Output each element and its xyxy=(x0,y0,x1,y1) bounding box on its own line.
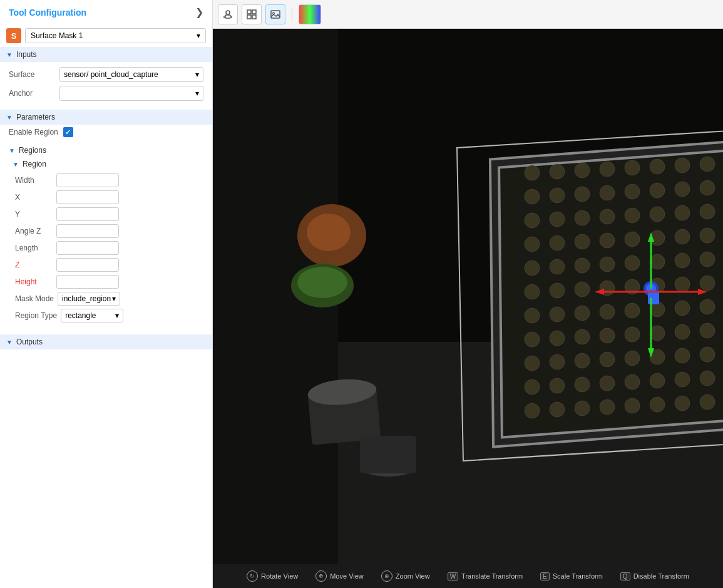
length-label: Length xyxy=(15,244,53,252)
surface-mask-dropdown[interactable]: Surface Mask 1 ▾ xyxy=(25,28,206,43)
svg-point-114 xyxy=(700,371,715,386)
svg-point-100 xyxy=(575,353,590,368)
svg-point-123 xyxy=(700,395,715,410)
svg-point-82 xyxy=(575,306,590,321)
scale-transform-item[interactable]: E Scale Transform xyxy=(540,572,603,580)
region-section-header[interactable]: ▼ Region xyxy=(0,157,212,171)
inputs-section-header[interactable]: ▼ Inputs xyxy=(0,47,212,62)
svg-point-119 xyxy=(600,400,615,415)
svg-point-84 xyxy=(625,303,640,318)
height-input[interactable]: 150 xyxy=(56,275,119,289)
zoom-view-icon: ⊕ xyxy=(381,570,392,582)
svg-point-49 xyxy=(650,207,665,222)
surface-label: Surface xyxy=(9,70,56,79)
outputs-section-header[interactable]: ▼ Outputs xyxy=(0,334,212,349)
svg-point-53 xyxy=(525,237,540,252)
svg-point-120 xyxy=(625,398,640,413)
svg-point-45 xyxy=(550,212,565,227)
surface-mask-row: S Surface Mask 1 ▾ xyxy=(0,24,212,47)
svg-point-36 xyxy=(550,188,565,203)
svg-point-104 xyxy=(675,348,690,363)
region-chevron-icon: ▼ xyxy=(13,161,19,168)
svg-point-64 xyxy=(575,258,590,273)
rotate-view-label: Rotate View xyxy=(261,572,298,580)
mask-mode-dropdown[interactable]: include_region ▾ xyxy=(58,292,120,306)
svg-point-91 xyxy=(575,329,590,344)
mask-mode-value: include_region xyxy=(62,294,111,303)
translate-transform-label: Translate Transform xyxy=(461,572,523,580)
x-input[interactable]: -1.75090036 xyxy=(56,190,119,204)
svg-point-89 xyxy=(525,332,540,347)
move-view-item[interactable]: ✥ Move View xyxy=(315,570,364,582)
region-type-value: rectangle xyxy=(65,311,96,320)
svg-point-57 xyxy=(625,232,640,247)
x-label: X xyxy=(15,193,53,202)
zoom-view-item[interactable]: ⊕ Zoom View xyxy=(381,570,430,582)
svg-point-102 xyxy=(625,351,640,366)
svg-point-111 xyxy=(625,374,640,389)
svg-rect-6 xyxy=(247,15,251,19)
rotate-view-item[interactable]: ↻ Rotate View xyxy=(247,570,298,582)
svg-point-113 xyxy=(675,372,690,387)
image-tool-button[interactable] xyxy=(265,4,285,24)
svg-point-28 xyxy=(575,163,590,178)
z-input[interactable]: 1189.129919 xyxy=(56,258,119,272)
regions-section-header[interactable]: ▼ Regions xyxy=(0,143,212,157)
svg-rect-127 xyxy=(648,292,659,304)
svg-point-32 xyxy=(675,158,690,173)
length-input[interactable]: 300 xyxy=(56,241,119,255)
svg-point-40 xyxy=(650,183,665,198)
svg-point-108 xyxy=(550,378,565,393)
color-tool-button[interactable] xyxy=(299,4,321,24)
region-fields: Width 450 X -1.75090036 Y -93.8901160 An… xyxy=(0,171,212,328)
svg-point-14 xyxy=(307,214,351,251)
regions-label: Regions xyxy=(19,146,46,155)
regions-chevron-icon: ▼ xyxy=(9,147,15,154)
svg-point-60 xyxy=(700,228,715,243)
y-row: Y -93.8901160 xyxy=(15,207,203,221)
svg-point-118 xyxy=(575,401,590,416)
anchor-dropdown[interactable]: ▾ xyxy=(59,86,203,101)
surface-dropdown[interactable]: sensor/ point_cloud_capture ▾ xyxy=(59,67,203,82)
svg-point-105 xyxy=(700,347,715,362)
robot-tool-button[interactable] xyxy=(218,4,238,24)
svg-point-95 xyxy=(675,324,690,339)
svg-point-42 xyxy=(700,180,715,195)
translate-transform-item[interactable]: W Translate Transform xyxy=(448,572,523,580)
svg-point-101 xyxy=(600,352,615,367)
region-type-chevron-icon: ▾ xyxy=(115,311,119,320)
svg-point-81 xyxy=(550,307,565,322)
toolbar-divider xyxy=(292,7,292,22)
angle-z-input[interactable]: 0 xyxy=(56,224,119,238)
collapse-button[interactable]: ❯ xyxy=(195,6,203,18)
svg-point-16 xyxy=(297,267,347,298)
region-type-row: Region Type rectangle ▾ xyxy=(15,309,203,322)
svg-point-117 xyxy=(550,402,565,417)
parameters-chevron-icon: ▼ xyxy=(6,114,13,121)
region-type-label: Region Type xyxy=(15,311,57,320)
svg-rect-5 xyxy=(252,10,256,14)
svg-point-51 xyxy=(700,204,715,219)
enable-region-checkbox[interactable] xyxy=(63,127,73,137)
svg-point-72 xyxy=(550,283,565,298)
parameters-section-header[interactable]: ▼ Parameters xyxy=(0,110,212,125)
anchor-chevron-icon: ▾ xyxy=(195,89,199,98)
region-type-dropdown[interactable]: rectangle ▾ xyxy=(61,309,123,322)
svg-point-63 xyxy=(550,259,565,274)
svg-point-33 xyxy=(700,157,715,172)
angle-z-row: Angle Z 0 xyxy=(15,224,203,238)
svg-point-93 xyxy=(625,327,640,342)
width-input[interactable]: 450 xyxy=(56,173,119,187)
svg-point-41 xyxy=(675,182,690,197)
disable-transform-label: Disable Transform xyxy=(633,572,689,580)
svg-point-0 xyxy=(226,11,230,14)
viewport[interactable] xyxy=(213,29,723,564)
disable-transform-item[interactable]: Q Disable Transform xyxy=(620,572,689,580)
grid-tool-button[interactable] xyxy=(242,4,262,24)
enable-region-label: Enable Region xyxy=(9,128,58,137)
svg-rect-21 xyxy=(360,436,416,473)
y-input[interactable]: -93.8901160 xyxy=(56,207,119,221)
svg-point-55 xyxy=(575,234,590,249)
svg-point-35 xyxy=(525,189,540,204)
svg-rect-4 xyxy=(247,10,251,14)
